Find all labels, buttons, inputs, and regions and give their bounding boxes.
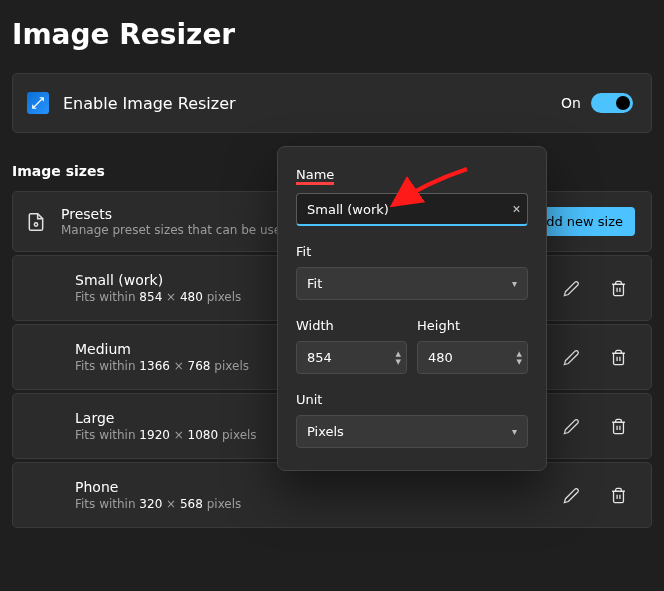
presets-icon (25, 211, 47, 233)
size-name: Small (work) (75, 272, 241, 288)
edit-button[interactable] (559, 276, 584, 301)
delete-button[interactable] (606, 414, 631, 439)
svg-point-0 (34, 222, 37, 225)
size-name: Large (75, 410, 257, 426)
size-row: Phone Fits within 320 × 568 pixels (12, 462, 652, 528)
toggle-state-text: On (561, 95, 581, 111)
size-dimensions: Fits within 1366 × 768 pixels (75, 359, 249, 373)
popup-unit-label: Unit (296, 392, 528, 407)
size-dimensions: Fits within 1920 × 1080 pixels (75, 428, 257, 442)
chevron-down-icon: ▾ (512, 426, 517, 437)
delete-button[interactable] (606, 345, 631, 370)
unit-value: Pixels (307, 424, 344, 439)
popup-fit-label: Fit (296, 244, 528, 259)
enable-image-resizer-card: Enable Image Resizer On (12, 73, 652, 133)
presets-title: Presets (61, 206, 296, 222)
edit-button[interactable] (559, 483, 584, 508)
width-input[interactable]: 854 (296, 341, 407, 374)
fit-value: Fit (307, 276, 322, 291)
size-name: Medium (75, 341, 249, 357)
edit-button[interactable] (559, 414, 584, 439)
spinner-arrows-icon[interactable]: ▲▼ (517, 350, 522, 365)
unit-select[interactable]: Pixels ▾ (296, 415, 528, 448)
clear-name-button[interactable] (511, 202, 522, 217)
popup-width-label: Width (296, 318, 407, 333)
spinner-arrows-icon[interactable]: ▲▼ (396, 350, 401, 365)
size-name: Phone (75, 479, 241, 495)
page-title: Image Resizer (0, 0, 664, 73)
popup-name-label: Name (296, 168, 334, 185)
presets-subtitle: Manage preset sizes that can be used i (61, 223, 296, 237)
size-dimensions: Fits within 854 × 480 pixels (75, 290, 241, 304)
enable-label: Enable Image Resizer (63, 94, 236, 113)
fit-select[interactable]: Fit ▾ (296, 267, 528, 300)
popup-height-label: Height (417, 318, 528, 333)
app-icon (27, 92, 49, 114)
delete-button[interactable] (606, 276, 631, 301)
chevron-down-icon: ▾ (512, 278, 517, 289)
size-dimensions: Fits within 320 × 568 pixels (75, 497, 241, 511)
height-input[interactable]: 480 (417, 341, 528, 374)
delete-button[interactable] (606, 483, 631, 508)
name-input[interactable] (296, 193, 528, 226)
edit-button[interactable] (559, 345, 584, 370)
edit-size-popup: Name Fit Fit ▾ Width 854 ▲▼ Height 480 ▲… (277, 146, 547, 471)
enable-toggle[interactable] (591, 93, 633, 113)
